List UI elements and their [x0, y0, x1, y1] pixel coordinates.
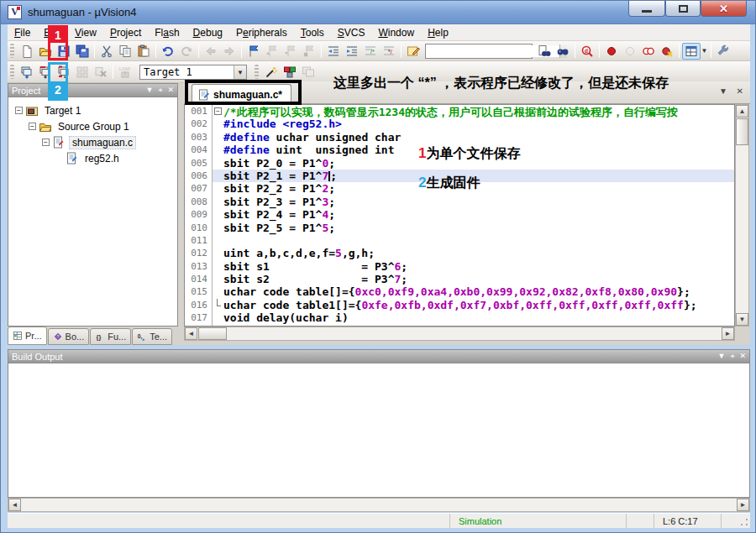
tab-templates-icon: 0,	[137, 332, 147, 342]
nav-back-icon	[204, 44, 218, 58]
menu-svcs[interactable]: SVCS	[331, 25, 372, 40]
toolbar-button-find-in-files[interactable]	[535, 43, 554, 60]
fold-marker-icon[interactable]: −	[213, 105, 223, 118]
tree-item-target-1[interactable]: −Target 1	[8, 102, 177, 118]
code-line-002[interactable]: 002#include <reg52.h>	[185, 118, 734, 130]
toolbar-button-window-layout[interactable]	[682, 43, 701, 60]
panel-tab-label: Pr...	[25, 331, 42, 341]
toolbar-button-redo	[177, 43, 196, 60]
toolbar-button-configure-wrench[interactable]	[714, 43, 732, 60]
toolbar-button-uncomment-selection[interactable]: */	[380, 43, 398, 60]
toolbar-button-breakpoint-kill-all[interactable]	[658, 43, 676, 60]
menu-tools[interactable]: Tools	[294, 25, 331, 40]
code-line-016[interactable]: 016uchar code table1[]={0xfe,0xfb,0xdf,0…	[185, 299, 734, 311]
code-editor[interactable]: 001−/*此程序可以实现，数码管显示1234的状态，用户可以自己根据前边的试验…	[184, 104, 735, 327]
panel-dropdown-icon[interactable]: ▼	[145, 84, 153, 97]
menu-help[interactable]: Help	[421, 25, 455, 40]
toolbar-button-breakpoint-toggle[interactable]	[602, 43, 621, 60]
minimize-button[interactable]	[628, 1, 665, 17]
indent-icon	[345, 44, 359, 58]
editor-vertical-scrollbar[interactable]: ▲ ▼	[735, 104, 749, 327]
code-line-011[interactable]: 011	[185, 234, 734, 247]
panel-pin-icon[interactable]: ⌖	[730, 350, 734, 363]
scroll-left-icon[interactable]: ◄	[8, 499, 21, 511]
menu-flash[interactable]: Flash	[148, 25, 186, 40]
toolbar-button-target-options-wand[interactable]	[262, 64, 281, 81]
menu-view[interactable]: View	[68, 25, 103, 40]
toolbar-button-debug-session[interactable]: d	[578, 43, 596, 60]
vertical-scroll-thumb[interactable]	[736, 118, 748, 145]
panel-close-icon[interactable]: ✕	[739, 350, 746, 363]
tree-item-source-group-1[interactable]: −Source Group 1	[8, 118, 177, 134]
editor-horizontal-scrollbar[interactable]: ◄ ►	[184, 327, 735, 341]
document-close-icon[interactable]: ✕	[737, 86, 743, 96]
build-output-scrollbar[interactable]: ◄ ►	[8, 498, 750, 512]
horizontal-scroll-thumb[interactable]	[198, 327, 227, 340]
toolbar-button-cut[interactable]	[97, 43, 116, 60]
toolbar-button-manage-components[interactable]	[281, 64, 299, 81]
toolbar-button-find[interactable]	[554, 43, 572, 60]
code-line-008[interactable]: 008sbit P2_3 = P1^3;	[185, 196, 734, 208]
toolbar-button-indent[interactable]	[343, 43, 361, 60]
scroll-up-icon[interactable]: ▲	[736, 105, 748, 118]
toolbar-button-undo[interactable]	[159, 43, 177, 60]
toolbar-button-edit-template[interactable]	[404, 43, 423, 60]
tree-expander-icon[interactable]: −	[42, 138, 50, 146]
tree-item-reg52.h[interactable]: reg52.h	[8, 150, 177, 166]
configure-wrench-icon	[717, 44, 730, 58]
scroll-right-icon[interactable]: ►	[737, 499, 749, 511]
panel-tab-fu[interactable]: {}Fu...	[90, 328, 131, 345]
code-line-010[interactable]: 010sbit P2_5 = P1^5;	[185, 222, 734, 234]
resize-grip[interactable]	[722, 514, 750, 528]
code-line-017[interactable]: 017void delay(uchar i)	[185, 311, 734, 324]
toolbar-button-outdent[interactable]	[324, 43, 343, 60]
code-line-003[interactable]: 003#define uchar unsigned char	[185, 131, 734, 144]
menu-debug[interactable]: Debug	[186, 25, 229, 40]
scroll-down-icon[interactable]: ▼	[736, 313, 748, 326]
target-select[interactable]: Target 1▼	[139, 65, 247, 80]
menu-window[interactable]: Window	[371, 25, 421, 40]
menu-peripherals[interactable]: Peripherals	[229, 25, 294, 40]
toolbar-button-breakpoint-enable-all[interactable]	[639, 43, 658, 60]
tree-expander-icon[interactable]: −	[15, 107, 23, 114]
scroll-left-icon[interactable]: ◄	[185, 327, 197, 340]
menu-file[interactable]: File	[8, 25, 37, 40]
close-button[interactable]: ✕	[701, 1, 747, 17]
find-icon	[556, 44, 570, 58]
panel-pin-icon[interactable]: ⌖	[158, 84, 162, 97]
bookmark-prev-icon	[265, 44, 279, 58]
toolbar-separator	[94, 44, 95, 58]
toolbar-grip[interactable]	[10, 65, 14, 80]
code-line-015[interactable]: 015uchar code table[]={0xc0,0xf9,0xa4,0x…	[185, 285, 734, 298]
tree-expander-icon[interactable]: −	[29, 123, 36, 130]
target-dropdown-icon[interactable]: ▼	[234, 65, 246, 79]
menu-project[interactable]: Project	[103, 25, 148, 40]
toolbar-button-stop-build	[92, 64, 110, 81]
toolbar-button-save-all[interactable]	[73, 43, 92, 60]
code-line-001[interactable]: 001−/*此程序可以实现，数码管显示1234的状态，用户可以自己根据前边的试验…	[185, 105, 734, 118]
tree-item-shumaguan.c[interactable]: −shumaguan.c	[8, 134, 177, 150]
toolbar-button-copy[interactable]	[116, 43, 134, 60]
toolbar-grip[interactable]	[255, 65, 259, 80]
toolbar-button-new-file[interactable]	[18, 43, 36, 60]
toolbar-button-bookmark-toggle[interactable]	[244, 43, 263, 60]
panel-tab-te[interactable]: 0,Te...	[132, 328, 172, 345]
toolbar-grip[interactable]	[10, 44, 14, 57]
toolbar-button-translate-file[interactable]	[18, 64, 36, 81]
code-line-014[interactable]: 014sbit s2 = P3^7;	[185, 273, 734, 285]
panel-close-icon[interactable]: ✕	[167, 84, 174, 97]
code-line-012[interactable]: 012uint a,b,c,d,e,f=5,g,h;	[185, 247, 734, 259]
scroll-right-icon[interactable]: ►	[722, 327, 734, 340]
toolbar-button-paste[interactable]	[134, 43, 153, 60]
document-list-dropdown-icon[interactable]: ▼	[719, 86, 727, 96]
panel-tab-bo[interactable]: ?Bo...	[48, 328, 90, 345]
panel-tab-pr[interactable]: Pr...	[8, 327, 47, 345]
code-line-009[interactable]: 009sbit P2_4 = P1^4;	[185, 208, 734, 221]
maximize-button[interactable]	[665, 1, 701, 17]
toolbar-button-comment-selection[interactable]: /*	[361, 43, 380, 60]
layout-dropdown-icon[interactable]: ▼	[701, 47, 708, 55]
code-line-013[interactable]: 013sbit s1 = P3^6;	[185, 260, 734, 273]
find-combobox[interactable]: ▼	[425, 44, 533, 59]
panel-dropdown-icon[interactable]: ▼	[717, 350, 725, 363]
build-output-content[interactable]	[8, 363, 750, 498]
